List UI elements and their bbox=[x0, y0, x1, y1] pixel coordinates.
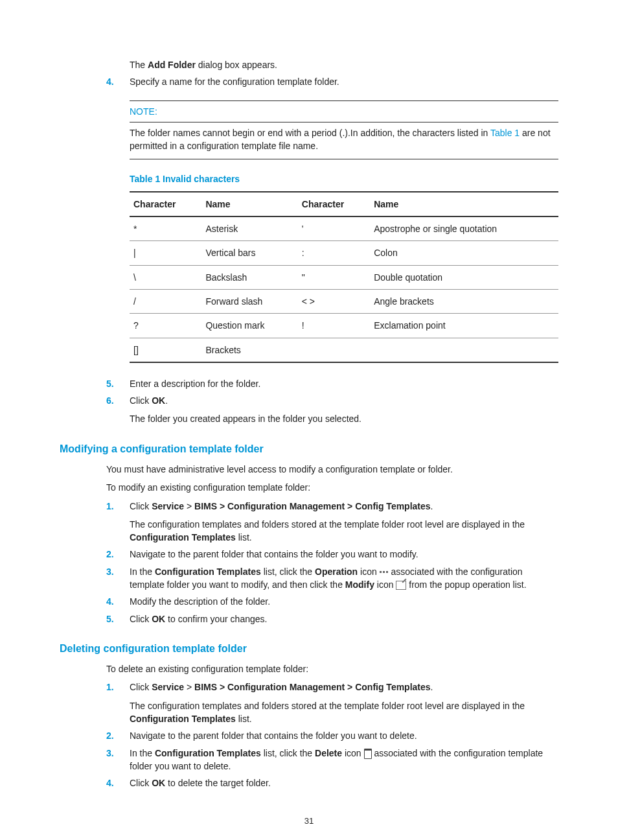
step-number: 4. bbox=[106, 595, 130, 608]
step-number: 3. bbox=[106, 565, 130, 592]
table-cell bbox=[298, 338, 370, 362]
table-cell: ! bbox=[298, 314, 370, 338]
step-number: 5. bbox=[106, 612, 130, 625]
page-number: 31 bbox=[60, 815, 558, 828]
table-row: /Forward slash< >Angle brackets bbox=[130, 289, 558, 313]
text: list. bbox=[236, 532, 252, 542]
table-cell: Exclamation point bbox=[370, 314, 558, 338]
table-row: |Vertical bars:Colon bbox=[130, 241, 558, 265]
text: . bbox=[431, 501, 433, 511]
table-row: ?Question mark!Exclamation point bbox=[130, 314, 558, 338]
step-number: 4. bbox=[106, 776, 130, 789]
del-step-4: 4. Click OK to delete the target folder. bbox=[106, 776, 558, 789]
th-name: Name bbox=[370, 192, 558, 216]
paragraph: To modify an existing configuration temp… bbox=[106, 481, 558, 494]
step-body: Click OK to confirm your changes. bbox=[130, 612, 558, 625]
text: Click bbox=[130, 614, 152, 624]
delete-bold: Delete bbox=[315, 748, 342, 758]
table-cell: ? bbox=[130, 314, 201, 338]
step-body: Navigate to the parent folder that conta… bbox=[130, 729, 558, 742]
step-5: 5. Enter a description for the folder. bbox=[106, 377, 558, 390]
step-number: 6. bbox=[106, 394, 130, 426]
text: The configuration templates and folders … bbox=[130, 519, 525, 530]
step-body: Specify a name for the configuration tem… bbox=[130, 75, 558, 88]
mod-step-2: 2. Navigate to the parent folder that co… bbox=[106, 548, 558, 561]
ok-bold: OK bbox=[152, 778, 165, 788]
step-body: Click Service > BIMS > Configuration Man… bbox=[130, 681, 558, 725]
step-number: 2. bbox=[106, 548, 130, 561]
add-folder-bold: Add Folder bbox=[148, 60, 196, 70]
table-caption: Table 1 Invalid characters bbox=[130, 172, 558, 185]
modify-bold: Modify bbox=[345, 579, 374, 590]
table-body: *Asterisk'Apostrophe or single quotation… bbox=[130, 216, 558, 362]
text: The bbox=[130, 60, 148, 70]
step-number: 4. bbox=[106, 75, 130, 88]
table-cell: Brackets bbox=[201, 338, 297, 362]
table-cell: | bbox=[130, 241, 201, 265]
del-step-2: 2. Navigate to the parent folder that co… bbox=[106, 729, 558, 742]
ok-bold: OK bbox=[152, 614, 165, 624]
note-title: NOTE: bbox=[130, 101, 558, 122]
table-cell: Asterisk bbox=[201, 216, 297, 241]
table-cell: ' bbox=[298, 216, 370, 241]
table-cell: Forward slash bbox=[201, 289, 297, 313]
table-cell: " bbox=[298, 265, 370, 289]
th-character: Character bbox=[130, 192, 201, 216]
note-body: The folder names cannot begin or end wit… bbox=[130, 126, 558, 153]
mod-step-5: 5. Click OK to confirm your changes. bbox=[106, 612, 558, 625]
follow-text: The configuration templates and folders … bbox=[130, 518, 558, 544]
text: from the popup operation list. bbox=[406, 579, 526, 590]
path-bold: BIMS > Configuration Management > Config… bbox=[194, 682, 431, 692]
text: > bbox=[184, 682, 194, 692]
text: list, click the bbox=[261, 748, 315, 758]
step-number: 1. bbox=[106, 500, 130, 544]
note-box: NOTE: The folder names cannot begin or e… bbox=[130, 100, 558, 160]
ok-bold: OK bbox=[152, 395, 165, 406]
text: Click bbox=[130, 778, 152, 788]
text: . bbox=[431, 682, 433, 692]
table-1-link[interactable]: Table 1 bbox=[490, 128, 520, 138]
text: icon bbox=[374, 579, 396, 590]
text: In the bbox=[130, 566, 155, 577]
text: to delete the target folder. bbox=[165, 778, 271, 788]
intro-line: The Add Folder dialog box appears. bbox=[130, 58, 558, 71]
text: Click bbox=[130, 395, 152, 406]
step-6: 6. Click OK. The folder you created appe… bbox=[106, 394, 558, 426]
table-cell: < > bbox=[298, 289, 370, 313]
step-number: 2. bbox=[106, 729, 130, 742]
table-cell: Backslash bbox=[201, 265, 297, 289]
text: The folder names cannot begin or end wit… bbox=[130, 128, 490, 138]
text: Click bbox=[130, 501, 152, 511]
text: icon bbox=[358, 566, 379, 577]
text: list. bbox=[236, 714, 252, 724]
table-cell: Vertical bars bbox=[201, 241, 297, 265]
th-character: Character bbox=[298, 192, 370, 216]
step-4: 4. Specify a name for the configuration … bbox=[106, 75, 558, 88]
mod-step-4: 4. Modify the description of the folder. bbox=[106, 595, 558, 608]
service-bold: Service bbox=[152, 501, 184, 511]
section-deleting: Deleting configuration template folder bbox=[60, 641, 558, 656]
step-body: Click Service > BIMS > Configuration Man… bbox=[130, 500, 558, 544]
th-name: Name bbox=[201, 192, 297, 216]
table-cell: Double quotation bbox=[370, 265, 558, 289]
text: dialog box appears. bbox=[196, 60, 277, 70]
table-row: \Backslash"Double quotation bbox=[130, 265, 558, 289]
text: The configuration templates and folders … bbox=[130, 701, 525, 711]
follow-text: The folder you created appears in the fo… bbox=[130, 412, 558, 425]
table-cell: Apostrophe or single quotation bbox=[370, 216, 558, 241]
service-bold: Service bbox=[152, 682, 184, 692]
step-body: Enter a description for the folder. bbox=[130, 377, 558, 390]
table-cell: : bbox=[298, 241, 370, 265]
invalid-characters-table: Character Name Character Name *Asterisk'… bbox=[130, 191, 558, 363]
text: to confirm your changes. bbox=[165, 614, 267, 624]
text: Click bbox=[130, 682, 152, 692]
operation-bold: Operation bbox=[315, 566, 358, 577]
table-cell: Angle brackets bbox=[370, 289, 558, 313]
step-body: Click OK to delete the target folder. bbox=[130, 776, 558, 789]
text: icon bbox=[342, 748, 363, 758]
follow-text: The configuration templates and folders … bbox=[130, 699, 558, 726]
config-templates-bold: Configuration Templates bbox=[155, 748, 261, 758]
step-number: 1. bbox=[106, 681, 130, 725]
table-cell: Colon bbox=[370, 241, 558, 265]
table-cell: Question mark bbox=[201, 314, 297, 338]
